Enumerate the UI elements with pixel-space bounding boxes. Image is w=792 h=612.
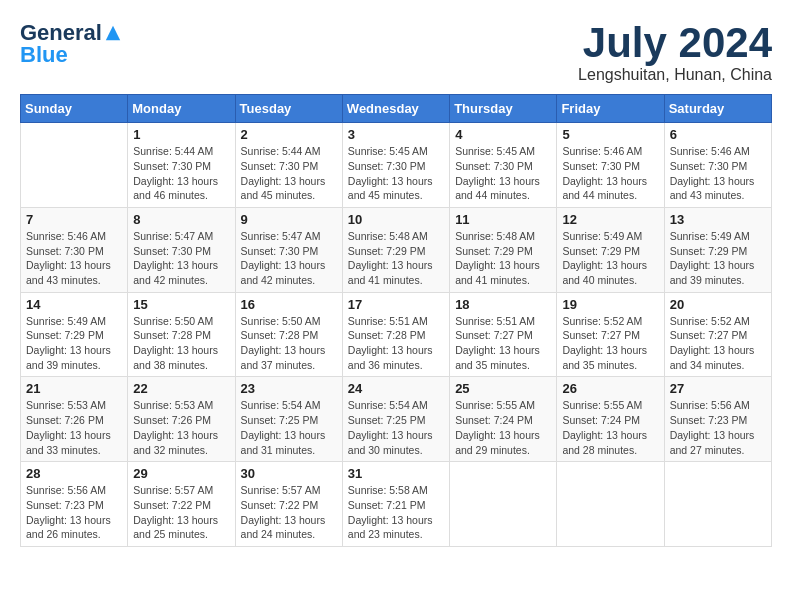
calendar-table: SundayMondayTuesdayWednesdayThursdayFrid… xyxy=(20,94,772,547)
cell-info: Sunrise: 5:49 AMSunset: 7:29 PMDaylight:… xyxy=(562,229,658,288)
column-header-saturday: Saturday xyxy=(664,95,771,123)
day-number: 11 xyxy=(455,212,551,227)
calendar-cell: 6Sunrise: 5:46 AMSunset: 7:30 PMDaylight… xyxy=(664,123,771,208)
calendar-cell: 18Sunrise: 5:51 AMSunset: 7:27 PMDayligh… xyxy=(450,292,557,377)
calendar-cell: 22Sunrise: 5:53 AMSunset: 7:26 PMDayligh… xyxy=(128,377,235,462)
cell-info: Sunrise: 5:57 AMSunset: 7:22 PMDaylight:… xyxy=(133,483,229,542)
day-number: 29 xyxy=(133,466,229,481)
logo: General Blue xyxy=(20,20,122,68)
calendar-header: SundayMondayTuesdayWednesdayThursdayFrid… xyxy=(21,95,772,123)
day-number: 5 xyxy=(562,127,658,142)
cell-info: Sunrise: 5:46 AMSunset: 7:30 PMDaylight:… xyxy=(562,144,658,203)
cell-info: Sunrise: 5:56 AMSunset: 7:23 PMDaylight:… xyxy=(670,398,766,457)
cell-info: Sunrise: 5:52 AMSunset: 7:27 PMDaylight:… xyxy=(562,314,658,373)
day-number: 1 xyxy=(133,127,229,142)
cell-info: Sunrise: 5:46 AMSunset: 7:30 PMDaylight:… xyxy=(26,229,122,288)
cell-info: Sunrise: 5:52 AMSunset: 7:27 PMDaylight:… xyxy=(670,314,766,373)
calendar-week-4: 21Sunrise: 5:53 AMSunset: 7:26 PMDayligh… xyxy=(21,377,772,462)
day-number: 27 xyxy=(670,381,766,396)
calendar-cell: 31Sunrise: 5:58 AMSunset: 7:21 PMDayligh… xyxy=(342,462,449,547)
calendar-week-5: 28Sunrise: 5:56 AMSunset: 7:23 PMDayligh… xyxy=(21,462,772,547)
calendar-cell: 21Sunrise: 5:53 AMSunset: 7:26 PMDayligh… xyxy=(21,377,128,462)
cell-info: Sunrise: 5:49 AMSunset: 7:29 PMDaylight:… xyxy=(26,314,122,373)
cell-info: Sunrise: 5:56 AMSunset: 7:23 PMDaylight:… xyxy=(26,483,122,542)
day-number: 9 xyxy=(241,212,337,227)
day-number: 14 xyxy=(26,297,122,312)
calendar-cell: 16Sunrise: 5:50 AMSunset: 7:28 PMDayligh… xyxy=(235,292,342,377)
day-number: 2 xyxy=(241,127,337,142)
calendar-body: 1Sunrise: 5:44 AMSunset: 7:30 PMDaylight… xyxy=(21,123,772,547)
day-number: 7 xyxy=(26,212,122,227)
cell-info: Sunrise: 5:53 AMSunset: 7:26 PMDaylight:… xyxy=(133,398,229,457)
day-number: 19 xyxy=(562,297,658,312)
location: Lengshuitan, Hunan, China xyxy=(578,66,772,84)
calendar-week-1: 1Sunrise: 5:44 AMSunset: 7:30 PMDaylight… xyxy=(21,123,772,208)
column-header-thursday: Thursday xyxy=(450,95,557,123)
cell-info: Sunrise: 5:48 AMSunset: 7:29 PMDaylight:… xyxy=(348,229,444,288)
calendar-cell: 2Sunrise: 5:44 AMSunset: 7:30 PMDaylight… xyxy=(235,123,342,208)
cell-info: Sunrise: 5:57 AMSunset: 7:22 PMDaylight:… xyxy=(241,483,337,542)
calendar-cell: 7Sunrise: 5:46 AMSunset: 7:30 PMDaylight… xyxy=(21,207,128,292)
day-number: 25 xyxy=(455,381,551,396)
cell-info: Sunrise: 5:54 AMSunset: 7:25 PMDaylight:… xyxy=(241,398,337,457)
calendar-cell: 11Sunrise: 5:48 AMSunset: 7:29 PMDayligh… xyxy=(450,207,557,292)
calendar-cell: 4Sunrise: 5:45 AMSunset: 7:30 PMDaylight… xyxy=(450,123,557,208)
cell-info: Sunrise: 5:50 AMSunset: 7:28 PMDaylight:… xyxy=(133,314,229,373)
day-number: 16 xyxy=(241,297,337,312)
day-number: 3 xyxy=(348,127,444,142)
day-number: 22 xyxy=(133,381,229,396)
calendar-cell: 23Sunrise: 5:54 AMSunset: 7:25 PMDayligh… xyxy=(235,377,342,462)
column-header-monday: Monday xyxy=(128,95,235,123)
day-number: 23 xyxy=(241,381,337,396)
calendar-cell xyxy=(664,462,771,547)
calendar-cell: 27Sunrise: 5:56 AMSunset: 7:23 PMDayligh… xyxy=(664,377,771,462)
calendar-week-2: 7Sunrise: 5:46 AMSunset: 7:30 PMDaylight… xyxy=(21,207,772,292)
day-number: 18 xyxy=(455,297,551,312)
cell-info: Sunrise: 5:45 AMSunset: 7:30 PMDaylight:… xyxy=(455,144,551,203)
calendar-cell: 10Sunrise: 5:48 AMSunset: 7:29 PMDayligh… xyxy=(342,207,449,292)
calendar-cell: 14Sunrise: 5:49 AMSunset: 7:29 PMDayligh… xyxy=(21,292,128,377)
cell-info: Sunrise: 5:55 AMSunset: 7:24 PMDaylight:… xyxy=(562,398,658,457)
calendar-cell: 29Sunrise: 5:57 AMSunset: 7:22 PMDayligh… xyxy=(128,462,235,547)
calendar-cell: 5Sunrise: 5:46 AMSunset: 7:30 PMDaylight… xyxy=(557,123,664,208)
day-number: 6 xyxy=(670,127,766,142)
calendar-cell: 25Sunrise: 5:55 AMSunset: 7:24 PMDayligh… xyxy=(450,377,557,462)
cell-info: Sunrise: 5:47 AMSunset: 7:30 PMDaylight:… xyxy=(241,229,337,288)
cell-info: Sunrise: 5:51 AMSunset: 7:28 PMDaylight:… xyxy=(348,314,444,373)
cell-info: Sunrise: 5:58 AMSunset: 7:21 PMDaylight:… xyxy=(348,483,444,542)
title-block: July 2024 Lengshuitan, Hunan, China xyxy=(578,20,772,84)
cell-info: Sunrise: 5:44 AMSunset: 7:30 PMDaylight:… xyxy=(133,144,229,203)
day-number: 10 xyxy=(348,212,444,227)
month-title: July 2024 xyxy=(578,20,772,66)
calendar-cell xyxy=(450,462,557,547)
cell-info: Sunrise: 5:48 AMSunset: 7:29 PMDaylight:… xyxy=(455,229,551,288)
cell-info: Sunrise: 5:46 AMSunset: 7:30 PMDaylight:… xyxy=(670,144,766,203)
calendar-cell xyxy=(21,123,128,208)
calendar-cell: 30Sunrise: 5:57 AMSunset: 7:22 PMDayligh… xyxy=(235,462,342,547)
calendar-cell: 13Sunrise: 5:49 AMSunset: 7:29 PMDayligh… xyxy=(664,207,771,292)
calendar-cell: 3Sunrise: 5:45 AMSunset: 7:30 PMDaylight… xyxy=(342,123,449,208)
cell-info: Sunrise: 5:44 AMSunset: 7:30 PMDaylight:… xyxy=(241,144,337,203)
logo-icon xyxy=(104,24,122,42)
cell-info: Sunrise: 5:45 AMSunset: 7:30 PMDaylight:… xyxy=(348,144,444,203)
calendar-cell xyxy=(557,462,664,547)
day-number: 21 xyxy=(26,381,122,396)
day-number: 26 xyxy=(562,381,658,396)
day-number: 15 xyxy=(133,297,229,312)
day-number: 30 xyxy=(241,466,337,481)
calendar-cell: 8Sunrise: 5:47 AMSunset: 7:30 PMDaylight… xyxy=(128,207,235,292)
day-number: 4 xyxy=(455,127,551,142)
cell-info: Sunrise: 5:55 AMSunset: 7:24 PMDaylight:… xyxy=(455,398,551,457)
calendar-week-3: 14Sunrise: 5:49 AMSunset: 7:29 PMDayligh… xyxy=(21,292,772,377)
column-header-friday: Friday xyxy=(557,95,664,123)
column-header-sunday: Sunday xyxy=(21,95,128,123)
calendar-cell: 15Sunrise: 5:50 AMSunset: 7:28 PMDayligh… xyxy=(128,292,235,377)
cell-info: Sunrise: 5:54 AMSunset: 7:25 PMDaylight:… xyxy=(348,398,444,457)
calendar-cell: 24Sunrise: 5:54 AMSunset: 7:25 PMDayligh… xyxy=(342,377,449,462)
day-number: 12 xyxy=(562,212,658,227)
day-number: 24 xyxy=(348,381,444,396)
cell-info: Sunrise: 5:51 AMSunset: 7:27 PMDaylight:… xyxy=(455,314,551,373)
cell-info: Sunrise: 5:53 AMSunset: 7:26 PMDaylight:… xyxy=(26,398,122,457)
day-number: 20 xyxy=(670,297,766,312)
day-number: 8 xyxy=(133,212,229,227)
